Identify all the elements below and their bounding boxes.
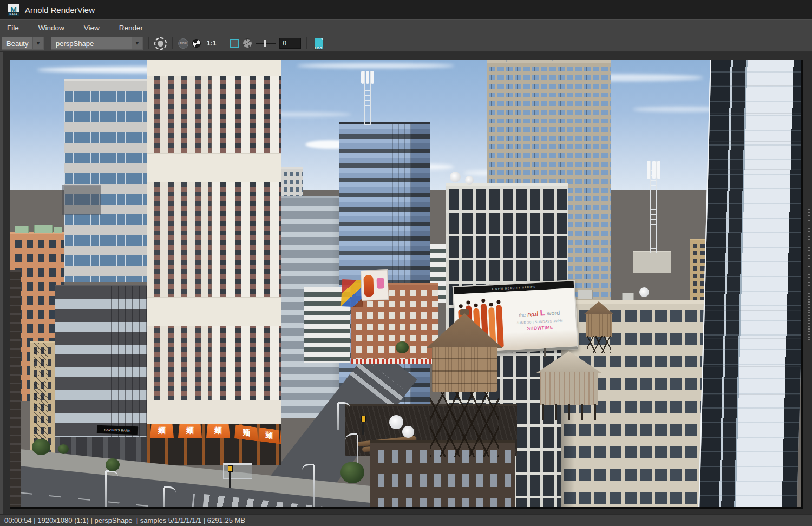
window-title: Arnold RenderView	[25, 5, 95, 15]
wooden-water-tower	[420, 313, 509, 457]
toolbar-separator	[224, 37, 224, 49]
street-lamp	[313, 465, 315, 509]
facade-band	[147, 60, 281, 76]
maya-icon-subtext: MAYA	[8, 12, 19, 16]
crosswalk	[350, 358, 408, 410]
rooftop-antenna-mast	[361, 71, 374, 125]
satellite-dish	[465, 176, 474, 185]
chevron-down-icon[interactable]: ▼	[132, 37, 142, 49]
start-render-icon[interactable]	[154, 37, 167, 50]
water-tower-legs	[430, 392, 499, 457]
skyscraper-base: 麺 麺 麺 麺 麺 麺	[147, 400, 281, 465]
toolbar-separator	[148, 37, 149, 49]
frame-dotted-strip	[808, 207, 810, 341]
tree	[58, 444, 69, 454]
region-crop-icon[interactable]	[230, 39, 239, 48]
awning-character: 麺	[265, 430, 273, 441]
menu-bar: File Window View Render	[0, 19, 812, 35]
antenna-cylinder	[657, 161, 660, 179]
rgb-channel-icon[interactable]: RGB	[178, 38, 188, 49]
small-water-tower	[580, 301, 617, 356]
zoom-1-1-button[interactable]: 1:1	[205, 40, 218, 47]
title-bar: M MAYA Arnold RenderView	[0, 0, 812, 19]
billboard-the: the	[519, 312, 526, 318]
tree	[340, 462, 364, 483]
building-white-skyscraper: 麺 麺 麺 麺 麺 麺	[147, 60, 281, 465]
building-striped-glass-tower	[698, 60, 803, 509]
tank-legs	[542, 404, 596, 420]
antenna-cylinder	[361, 71, 364, 84]
street-lamp	[337, 403, 339, 430]
rooftop-ac-unit	[622, 293, 634, 300]
noodle-awning: 麺	[206, 424, 230, 438]
building-gray-office	[64, 79, 155, 282]
noodle-awning: 麺	[178, 424, 202, 438]
exposure-input[interactable]	[279, 38, 301, 49]
water-tower-cone	[584, 301, 614, 314]
small-billboard	[361, 269, 389, 301]
noodle-awning: 麺	[234, 424, 258, 441]
billboard-word: word	[547, 309, 560, 316]
rooftop-unit	[34, 225, 53, 233]
billboard-real: real	[527, 309, 539, 318]
camera-dropdown[interactable]: perspShape ▼	[51, 37, 143, 50]
rooftop-ac-unit	[578, 290, 593, 299]
street-lamp	[105, 471, 107, 509]
billboard-L: L	[540, 308, 546, 318]
awning-character: 麺	[214, 426, 222, 436]
rooftop-unit	[15, 226, 29, 233]
antenna-cylinder	[366, 71, 369, 84]
cloud	[297, 63, 454, 68]
toolbar-separator	[306, 37, 307, 49]
arnold-renderview-window: M MAYA Arnold RenderView File Window Vie…	[0, 0, 812, 526]
satellite-dish	[639, 287, 649, 297]
viewport-frame: A NEW REALITY SERIES the real	[0, 52, 812, 514]
satellite-dish	[402, 426, 414, 438]
render-canvas[interactable]: A NEW REALITY SERIES the real	[10, 60, 803, 509]
toolbar-separator	[172, 37, 173, 49]
tank-body	[540, 372, 598, 405]
satellite-dish	[389, 415, 403, 429]
menu-render[interactable]: Render	[119, 24, 143, 32]
satellite-dish	[450, 172, 461, 182]
awning-character: 麺	[243, 428, 250, 438]
bank-sign: SAVINGS BANK	[97, 425, 138, 435]
traffic-light	[229, 471, 231, 488]
antenna-cylinder	[652, 161, 656, 179]
menu-file[interactable]: File	[7, 24, 19, 32]
exposure-slider[interactable]	[256, 37, 276, 49]
billboard-text: the real L word JUNE 20 | SUNDAYS 10PM S…	[505, 288, 577, 350]
billboard-brand: SHOWTIME	[506, 324, 574, 332]
awning-character: 麺	[158, 426, 166, 436]
exposure-aperture-icon[interactable]	[243, 38, 252, 48]
render-pass-dropdown[interactable]: Beauty ▼	[2, 37, 44, 50]
rooftop-unit	[54, 227, 62, 233]
antenna	[506, 60, 507, 62]
status-bar: 00:00:54 | 1920x1080 (1:1) | perspShape …	[0, 514, 812, 526]
camera-value: perspShape	[51, 37, 132, 49]
metal-water-tank	[531, 351, 607, 420]
menu-view[interactable]: View	[84, 24, 100, 32]
exposure-slider-handle[interactable]	[264, 40, 266, 47]
render-status-text: 00:00:54 | 1920x1080 (1:1) | perspShape …	[4, 516, 245, 524]
facade-band	[147, 297, 281, 326]
log-icon[interactable]: LOG	[315, 38, 323, 49]
antenna-cylinder	[371, 71, 374, 84]
tank-cone	[536, 351, 601, 373]
chevron-down-icon[interactable]: ▼	[32, 37, 43, 49]
building-dark-sliver	[10, 270, 21, 509]
noodle-awning: 麺	[150, 424, 174, 438]
water-tower-body	[432, 347, 497, 392]
antenna-cylinder	[647, 161, 650, 179]
street-lamp	[163, 488, 165, 509]
toolbar: Beauty ▼ perspShape ▼ RGB 1:1 LOG	[0, 35, 812, 52]
window-washing-scaffold	[62, 185, 101, 215]
water-tower-cone	[427, 313, 502, 348]
facade-band	[147, 153, 281, 182]
debug-shading-icon[interactable]	[191, 38, 202, 49]
maya-app-icon: M MAYA	[8, 4, 19, 16]
log-icon-label: LOG	[315, 47, 322, 50]
tree	[396, 341, 409, 353]
traffic-light	[362, 422, 364, 435]
menu-window[interactable]: Window	[38, 24, 64, 32]
